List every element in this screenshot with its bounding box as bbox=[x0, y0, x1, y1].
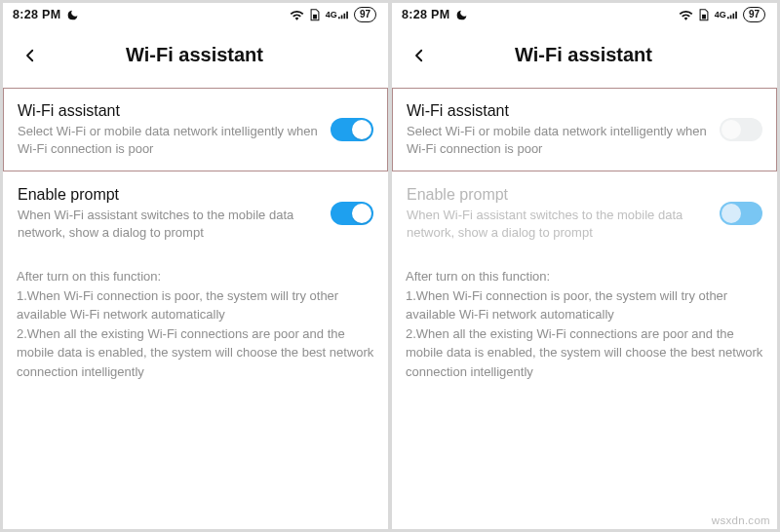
screen-left: 8:28 PM 4G 97 Wi-Fi assistant bbox=[3, 3, 388, 529]
status-time: 8:28 PM bbox=[402, 8, 449, 21]
wifi-assistant-desc: Select Wi-Fi or mobile data network inte… bbox=[18, 123, 321, 157]
status-time: 8:28 PM bbox=[13, 8, 60, 21]
enable-prompt-desc: When Wi-Fi assistant switches to the mob… bbox=[407, 207, 710, 241]
sim-icon bbox=[698, 9, 710, 21]
statusbar: 8:28 PM 4G 97 bbox=[3, 3, 388, 26]
status-icons: 4G 97 bbox=[679, 7, 765, 22]
dnd-moon-icon bbox=[66, 9, 79, 21]
row-wifi-assistant[interactable]: Wi-Fi assistant Select Wi-Fi or mobile d… bbox=[392, 88, 777, 171]
dnd-moon-icon bbox=[455, 9, 468, 21]
status-icons: 4G 97 bbox=[290, 7, 376, 22]
svg-rect-0 bbox=[313, 14, 317, 19]
row-enable-prompt[interactable]: Enable prompt When Wi-Fi assistant switc… bbox=[3, 171, 388, 255]
page-title: Wi-Fi assistant bbox=[17, 44, 372, 66]
signal-4g-icon: 4G bbox=[326, 11, 349, 19]
wifi-assistant-label: Wi-Fi assistant bbox=[407, 102, 710, 120]
wifi-icon bbox=[290, 9, 304, 20]
wifi-assistant-desc: Select Wi-Fi or mobile data network inte… bbox=[407, 123, 710, 157]
header: Wi-Fi assistant bbox=[3, 26, 388, 88]
svg-rect-1 bbox=[702, 14, 706, 19]
row-wifi-assistant[interactable]: Wi-Fi assistant Select Wi-Fi or mobile d… bbox=[3, 88, 388, 171]
battery-indicator: 97 bbox=[354, 7, 376, 22]
enable-prompt-toggle bbox=[720, 202, 762, 225]
signal-4g-icon: 4G bbox=[715, 11, 738, 19]
row-enable-prompt: Enable prompt When Wi-Fi assistant switc… bbox=[392, 171, 777, 255]
info-text: After turn on this function: 1.When Wi-F… bbox=[392, 255, 777, 385]
wifi-icon bbox=[679, 9, 693, 20]
screen-right: 8:28 PM 4G 97 Wi-Fi assistant bbox=[392, 3, 777, 529]
enable-prompt-toggle[interactable] bbox=[331, 202, 373, 225]
sim-icon bbox=[309, 9, 321, 21]
wifi-assistant-toggle[interactable] bbox=[331, 118, 373, 141]
enable-prompt-desc: When Wi-Fi assistant switches to the mob… bbox=[18, 207, 321, 241]
watermark: wsxdn.com bbox=[712, 514, 770, 526]
page-title: Wi-Fi assistant bbox=[406, 44, 761, 66]
enable-prompt-label: Enable prompt bbox=[18, 186, 321, 204]
battery-indicator: 97 bbox=[743, 7, 765, 22]
wifi-assistant-label: Wi-Fi assistant bbox=[18, 102, 321, 120]
header: Wi-Fi assistant bbox=[392, 26, 777, 88]
info-text: After turn on this function: 1.When Wi-F… bbox=[3, 255, 388, 385]
wifi-assistant-toggle[interactable] bbox=[720, 118, 762, 141]
enable-prompt-label: Enable prompt bbox=[407, 186, 710, 204]
statusbar: 8:28 PM 4G 97 bbox=[392, 3, 777, 26]
